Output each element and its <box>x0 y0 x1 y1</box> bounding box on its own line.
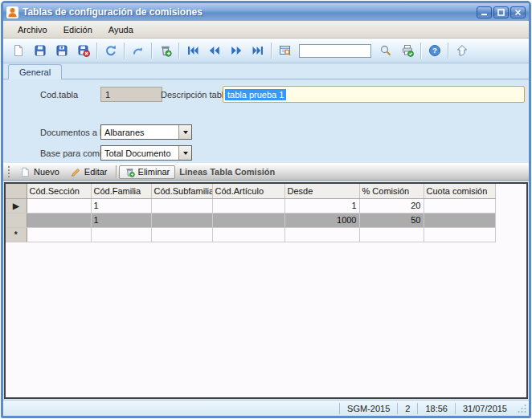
grid-cell[interactable]: 1 <box>91 213 151 227</box>
last-record-button[interactable] <box>247 41 268 61</box>
toolbar-grip[interactable] <box>8 166 11 177</box>
status-user-number: 2 <box>397 403 417 414</box>
documentos-selected-value: Albaranes <box>101 125 178 139</box>
lines-toolbar: Nuevo Editar Eliminar Lineas Tabla Comis… <box>3 163 529 181</box>
nuevo-label: Nuevo <box>34 167 59 177</box>
grid-cell[interactable] <box>359 227 424 242</box>
row-selector-current[interactable]: ▶ <box>6 198 27 213</box>
menu-edicion[interactable]: Edición <box>55 22 100 37</box>
eliminar-label: Eliminar <box>138 167 170 177</box>
grid-cell[interactable] <box>212 227 284 242</box>
column-header[interactable]: Cód.Artículo <box>212 184 284 198</box>
save-as-button[interactable] <box>51 41 72 61</box>
previous-record-button[interactable] <box>203 41 225 61</box>
menu-archivo[interactable]: Archivo <box>10 22 55 37</box>
grid-cell[interactable] <box>212 213 284 227</box>
save-button[interactable] <box>29 41 51 61</box>
column-header[interactable]: Desde <box>284 184 359 198</box>
descripcion-field[interactable]: tabla prueba 1 <box>223 86 525 103</box>
grid-cell[interactable] <box>284 227 359 242</box>
delete-line-icon <box>125 167 135 177</box>
grid-cell[interactable]: 1 <box>91 198 151 213</box>
status-time: 18:56 <box>417 403 455 414</box>
grid-cell[interactable] <box>424 213 495 227</box>
editar-button[interactable]: Editar <box>65 165 113 179</box>
grid-cell[interactable]: 1000 <box>284 213 359 227</box>
new-record-button[interactable] <box>7 41 29 61</box>
column-header[interactable]: Cód.Sección <box>27 184 91 198</box>
toolbar-separator <box>178 43 179 59</box>
exit-button[interactable] <box>451 41 473 61</box>
grid-cell[interactable] <box>151 198 212 213</box>
clear-record-button[interactable] <box>154 41 176 61</box>
previous-record-icon <box>208 44 221 57</box>
base-comision-dropdown-button[interactable] <box>178 146 191 160</box>
nuevo-button[interactable]: Nuevo <box>14 165 65 179</box>
search-input[interactable] <box>299 44 371 58</box>
row-selector-new[interactable]: * <box>6 227 27 242</box>
resize-grip[interactable] <box>517 403 527 413</box>
print-icon <box>401 44 414 57</box>
app-window: Tablas de configuración de comisiones Ar… <box>1 1 531 418</box>
grid-cell[interactable]: 50 <box>359 213 424 227</box>
grid-cell[interactable]: 1 <box>284 198 359 213</box>
column-header[interactable]: Cód.Familia <box>91 184 151 198</box>
column-header[interactable]: % Comisión <box>359 184 424 198</box>
table-row[interactable]: ▶ 1 1 20 <box>6 198 495 213</box>
cod-tabla-field: 1 <box>100 87 162 102</box>
chevron-down-icon <box>183 131 188 134</box>
next-record-button[interactable] <box>225 41 247 61</box>
grid-cell[interactable] <box>424 198 495 213</box>
grid-cell[interactable] <box>27 198 91 213</box>
help-icon: ? <box>428 44 441 57</box>
grid-cell[interactable] <box>212 198 284 213</box>
cod-tabla-label: Cod.tabla <box>40 90 78 100</box>
status-bar: SGM-2015 2 18:56 31/07/2015 <box>3 400 529 416</box>
first-record-icon <box>186 44 199 57</box>
redo-button[interactable] <box>127 41 149 61</box>
grid-cell[interactable] <box>27 227 91 242</box>
minimize-button[interactable] <box>477 6 492 18</box>
refresh-button[interactable] <box>100 41 121 61</box>
status-database: SGM-2015 <box>339 403 397 414</box>
close-button[interactable] <box>510 6 526 18</box>
first-record-button[interactable] <box>182 41 203 61</box>
grid-cell[interactable]: 20 <box>359 198 424 213</box>
documentos-dropdown-button[interactable] <box>178 125 191 139</box>
table-row-new[interactable]: * <box>6 227 495 242</box>
search-window-button[interactable] <box>274 41 296 61</box>
grid-cell[interactable] <box>151 227 212 242</box>
grid-table: Cód.Sección Cód.Familia Cód.Subfamilia C… <box>6 184 496 242</box>
tab-general[interactable]: General <box>8 64 62 79</box>
eliminar-button[interactable]: Eliminar <box>119 165 176 179</box>
refresh-icon <box>104 44 117 57</box>
close-icon <box>514 9 522 16</box>
row-selector-header <box>6 184 27 198</box>
next-record-icon <box>230 44 243 57</box>
new-document-icon <box>12 44 25 57</box>
row-selector[interactable] <box>6 213 27 227</box>
column-header[interactable]: Cuota comisión <box>424 184 495 198</box>
window-title: Tablas de configuración de comisiones <box>23 6 477 18</box>
grid-cell[interactable] <box>151 213 212 227</box>
svg-text:?: ? <box>432 46 437 55</box>
search-button[interactable] <box>374 41 396 61</box>
documentos-select[interactable]: Albaranes <box>100 124 192 140</box>
grid-cell[interactable] <box>424 227 495 242</box>
toolbar-separator <box>151 43 152 59</box>
table-row-selected[interactable]: 1 1000 50 <box>6 213 495 227</box>
chevron-down-icon <box>183 152 188 155</box>
grid-cell[interactable] <box>91 227 151 242</box>
column-header[interactable]: Cód.Subfamilia <box>151 184 212 198</box>
save-delete-button[interactable] <box>72 41 94 61</box>
toolbar-separator <box>271 43 272 59</box>
grid-cell[interactable] <box>27 213 91 227</box>
toolbar-separator <box>124 43 125 59</box>
print-button[interactable] <box>396 41 418 61</box>
editar-label: Editar <box>84 167 108 177</box>
help-button[interactable]: ? <box>424 41 445 61</box>
base-comision-select[interactable]: Total Documento <box>100 145 192 161</box>
save-icon <box>34 44 47 57</box>
maximize-button[interactable] <box>493 6 509 18</box>
menu-ayuda[interactable]: Ayuda <box>100 22 141 37</box>
